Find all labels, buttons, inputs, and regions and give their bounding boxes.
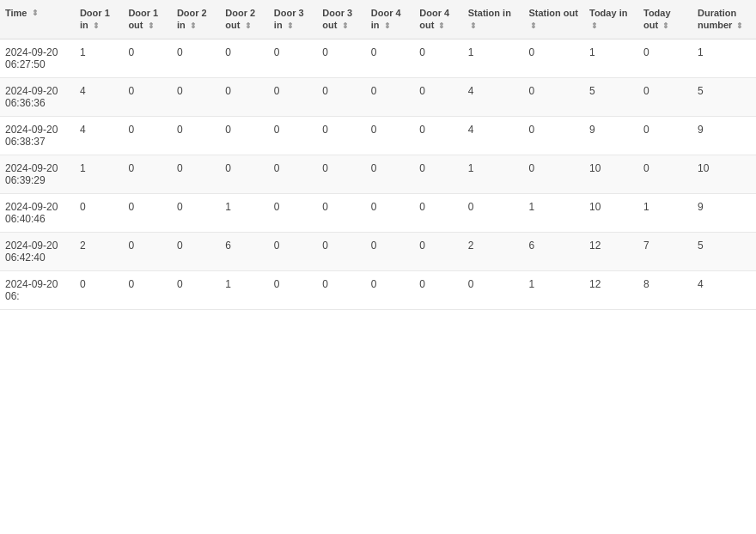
cell-door1out: 0 — [123, 116, 171, 155]
table-row: 2024-09-20 06:00010000011284 — [0, 270, 756, 309]
cell-stationin: 4 — [463, 116, 524, 155]
sort-icon-stationin[interactable]: ⇕ — [470, 21, 477, 32]
cell-todayout: 1 — [638, 193, 692, 232]
table-row: 2024-09-20 06:40:4600010000011019 — [0, 193, 756, 232]
cell-todayin: 10 — [584, 193, 638, 232]
cell-todayin: 5 — [584, 77, 638, 116]
col-header-door1in[interactable]: Door 1 in ⇕ — [75, 0, 123, 39]
sort-icon-time[interactable]: ⇕ — [32, 9, 39, 19]
cell-door4out: 0 — [414, 116, 462, 155]
col-header-door3in[interactable]: Door 3 in ⇕ — [269, 0, 317, 39]
sort-icon-door3out[interactable]: ⇕ — [342, 21, 349, 32]
cell-stationout: 0 — [523, 39, 584, 77]
cell-door4in: 0 — [366, 270, 414, 309]
cell-door4in: 0 — [366, 77, 414, 116]
cell-stationout: 0 — [523, 116, 584, 155]
cell-stationin: 1 — [463, 155, 524, 193]
cell-todayin: 12 — [584, 232, 638, 270]
cell-stationin: 0 — [463, 193, 524, 232]
table-row: 2024-09-20 06:38:374000000040909 — [0, 116, 756, 155]
cell-door3out: 0 — [317, 193, 365, 232]
cell-door3out: 0 — [317, 155, 365, 193]
cell-door3out: 0 — [317, 232, 365, 270]
cell-time: 2024-09-20 06:27:50 — [0, 39, 75, 77]
cell-door2out: 6 — [220, 232, 268, 270]
sort-icon-door4in[interactable]: ⇕ — [384, 21, 391, 32]
cell-door2in: 0 — [172, 77, 220, 116]
cell-door4in: 0 — [366, 193, 414, 232]
cell-door4in: 0 — [366, 116, 414, 155]
cell-door3in: 0 — [269, 270, 317, 309]
cell-door1out: 0 — [123, 39, 171, 77]
col-header-todayout[interactable]: Today out ⇕ — [638, 0, 692, 39]
cell-door4in: 0 — [366, 155, 414, 193]
cell-duration: 9 — [692, 116, 756, 155]
cell-stationout: 0 — [523, 77, 584, 116]
cell-door1in: 4 — [75, 116, 123, 155]
cell-duration: 4 — [692, 270, 756, 309]
cell-duration: 5 — [692, 232, 756, 270]
table-row: 2024-09-20 06:27:501000000010101 — [0, 39, 756, 77]
cell-door3out: 0 — [317, 270, 365, 309]
cell-stationin: 4 — [463, 77, 524, 116]
sort-icon-todayin[interactable]: ⇕ — [591, 21, 598, 32]
cell-door2in: 0 — [172, 39, 220, 77]
col-header-door4out[interactable]: Door 4 out ⇕ — [414, 0, 462, 39]
cell-todayout: 0 — [638, 39, 692, 77]
sort-icon-stationout[interactable]: ⇕ — [530, 21, 537, 32]
col-header-stationout[interactable]: Station out ⇕ — [523, 0, 584, 39]
cell-door1in: 1 — [75, 155, 123, 193]
cell-door1out: 0 — [123, 193, 171, 232]
sort-icon-door3in[interactable]: ⇕ — [287, 21, 294, 32]
cell-duration: 5 — [692, 77, 756, 116]
col-header-door2in[interactable]: Door 2 in ⇕ — [172, 0, 220, 39]
col-header-time[interactable]: Time ⇕ — [0, 0, 75, 39]
cell-door1out: 0 — [123, 77, 171, 116]
cell-todayout: 0 — [638, 77, 692, 116]
col-header-duration[interactable]: Duration number ⇕ — [692, 0, 756, 39]
cell-door2out: 0 — [220, 77, 268, 116]
cell-door1out: 0 — [123, 270, 171, 309]
cell-todayout: 0 — [638, 116, 692, 155]
table-row: 2024-09-20 06:42:4020060000261275 — [0, 232, 756, 270]
cell-todayin: 1 — [584, 39, 638, 77]
cell-door4out: 0 — [414, 39, 462, 77]
cell-door4out: 0 — [414, 155, 462, 193]
cell-door2in: 0 — [172, 155, 220, 193]
cell-todayout: 7 — [638, 232, 692, 270]
cell-door2in: 0 — [172, 116, 220, 155]
sort-icon-duration[interactable]: ⇕ — [736, 21, 743, 32]
cell-stationin: 0 — [463, 270, 524, 309]
cell-stationin: 1 — [463, 39, 524, 77]
cell-door2out: 1 — [220, 270, 268, 309]
cell-door4out: 0 — [414, 270, 462, 309]
cell-door4in: 0 — [366, 232, 414, 270]
col-header-stationin[interactable]: Station in ⇕ — [463, 0, 524, 39]
cell-todayin: 12 — [584, 270, 638, 309]
table-row: 2024-09-20 06:36:364000000040505 — [0, 77, 756, 116]
cell-todayin: 9 — [584, 116, 638, 155]
cell-stationout: 1 — [523, 193, 584, 232]
sort-icon-door2out[interactable]: ⇕ — [245, 21, 252, 32]
cell-time: 2024-09-20 06:40:46 — [0, 193, 75, 232]
col-header-door4in[interactable]: Door 4 in ⇕ — [366, 0, 414, 39]
cell-duration: 10 — [692, 155, 756, 193]
col-header-todayin[interactable]: Today in ⇕ — [584, 0, 638, 39]
sort-icon-door4out[interactable]: ⇕ — [438, 21, 445, 32]
cell-door1in: 4 — [75, 77, 123, 116]
cell-door2out: 0 — [220, 155, 268, 193]
cell-door3out: 0 — [317, 77, 365, 116]
cell-time: 2024-09-20 06:39:29 — [0, 155, 75, 193]
cell-door3in: 0 — [269, 116, 317, 155]
cell-door4out: 0 — [414, 232, 462, 270]
cell-duration: 1 — [692, 39, 756, 77]
col-header-door2out[interactable]: Door 2 out ⇕ — [220, 0, 268, 39]
sort-icon-door1out[interactable]: ⇕ — [148, 21, 155, 32]
sort-icon-door1in[interactable]: ⇕ — [93, 21, 100, 32]
cell-stationout: 0 — [523, 155, 584, 193]
col-header-door1out[interactable]: Door 1 out ⇕ — [123, 0, 171, 39]
sort-icon-todayout[interactable]: ⇕ — [662, 21, 669, 32]
col-header-door3out[interactable]: Door 3 out ⇕ — [317, 0, 365, 39]
cell-door3in: 0 — [269, 39, 317, 77]
sort-icon-door2in[interactable]: ⇕ — [190, 21, 197, 32]
